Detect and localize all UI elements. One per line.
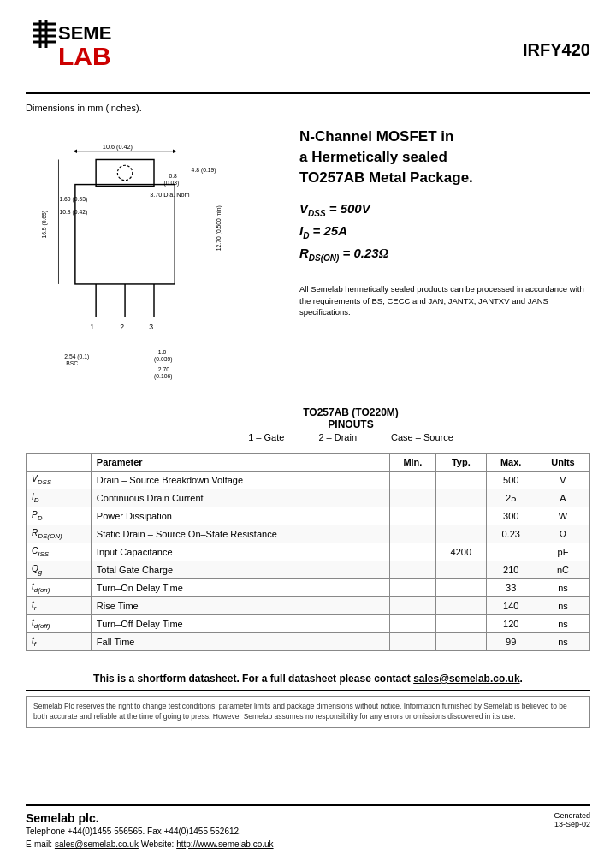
- cell-symbol: td(on): [27, 579, 92, 597]
- table-row: RDS(ON)Static Drain – Source On–State Re…: [27, 525, 590, 543]
- svg-rect-8: [75, 185, 175, 284]
- cell-units: A: [536, 489, 589, 507]
- cell-min: [389, 579, 436, 597]
- cell-min: [389, 507, 436, 525]
- col-parameter: Parameter: [91, 454, 389, 472]
- table-row: tfFall Time99ns: [27, 633, 590, 651]
- footer-website-link[interactable]: http://www.semelab.co.uk: [176, 839, 273, 849]
- cell-min: [389, 472, 436, 489]
- cell-typ: [436, 525, 486, 543]
- cell-units: Ω: [536, 525, 589, 543]
- id-spec: ID = 25A: [299, 223, 590, 240]
- cell-min: [389, 489, 436, 507]
- cell-symbol: VDSS: [27, 472, 92, 489]
- col-units: Units: [536, 454, 589, 472]
- svg-point-10: [117, 165, 132, 180]
- svg-text:3: 3: [149, 323, 153, 331]
- page: SEME LAB IRFY420 Dimensions in mm (inche…: [0, 0, 616, 866]
- cell-units: ns: [536, 615, 589, 633]
- table-row: PDPower Dissipation300W: [27, 507, 590, 525]
- cell-parameter: Rise Time: [91, 597, 389, 615]
- svg-text:LAB: LAB: [58, 42, 111, 70]
- package-diagram: 1 2 3 10.6 (0.42) 16.5 (0.65) 1.60 (0.53…: [26, 118, 282, 394]
- cell-parameter: Turn–Off Delay Time: [91, 615, 389, 633]
- right-info: N-Channel MOSFET in a Hermetically seale…: [291, 118, 590, 394]
- footer-contact: Telephone +44(0)1455 556565. Fax +44(0)1…: [26, 825, 274, 851]
- cell-symbol: Qg: [27, 561, 92, 579]
- footer-email-link[interactable]: sales@semelab.co.uk: [55, 839, 139, 849]
- cell-parameter: Input Capacitance: [91, 543, 389, 561]
- svg-text:(0.039): (0.039): [154, 356, 172, 363]
- cell-typ: [436, 561, 486, 579]
- cell-typ: [436, 633, 486, 651]
- col-symbol: [27, 454, 92, 472]
- table-row: trRise Time140ns: [27, 597, 590, 615]
- footer-right: Generated 13-Sep-02: [554, 811, 590, 828]
- cell-typ: [436, 507, 486, 525]
- cell-parameter: Fall Time: [91, 633, 389, 651]
- compliance-text: All Semelab hermetically sealed products…: [299, 283, 590, 317]
- part-number: IRFY420: [523, 40, 590, 60]
- cell-units: ns: [536, 633, 589, 651]
- footer-company: Semelab plc.: [26, 811, 274, 825]
- cell-typ: [436, 489, 486, 507]
- cell-parameter: Power Dissipation: [91, 507, 389, 525]
- svg-text:1: 1: [90, 323, 94, 331]
- cell-max: 99: [486, 633, 536, 651]
- table-header-row: Parameter Min. Typ. Max. Units: [27, 454, 590, 472]
- svg-text:(0.106): (0.106): [154, 373, 172, 380]
- device-title: N-Channel MOSFET in a Hermetically seale…: [299, 127, 590, 187]
- pin3-label: Case – Source: [391, 432, 453, 442]
- cell-max: 210: [486, 561, 536, 579]
- dimensions-label: Dimensions in mm (inches).: [26, 103, 590, 113]
- table-body: VDSSDrain – Source Breakdown Voltage500V…: [27, 472, 590, 651]
- header: SEME LAB IRFY420: [26, 15, 590, 94]
- table-row: td(on)Turn–On Delay Time33ns: [27, 579, 590, 597]
- cell-typ: [436, 579, 486, 597]
- cell-parameter: Continuous Drain Current: [91, 489, 389, 507]
- cell-symbol: tr: [27, 597, 92, 615]
- cell-min: [389, 615, 436, 633]
- cell-symbol: tf: [27, 633, 92, 651]
- rds-spec: RDS(ON) = 0.23Ω: [299, 246, 590, 263]
- pin2-label: 2 – Drain: [318, 432, 357, 442]
- cell-max: 120: [486, 615, 536, 633]
- disclaimer: Semelab Plc reserves the right to change…: [26, 696, 590, 728]
- pinouts-title: PINOUTS: [111, 418, 590, 430]
- table-row: CISSInput Capacitance4200pF: [27, 543, 590, 561]
- svg-text:10.8 (0.42): 10.8 (0.42): [59, 209, 87, 216]
- cell-symbol: CISS: [27, 543, 92, 561]
- table-row: QgTotal Gate Charge210nC: [27, 561, 590, 579]
- shortform-email-link[interactable]: sales@semelab.co.uk: [413, 673, 519, 685]
- cell-units: pF: [536, 543, 589, 561]
- svg-text:12.70 (0.500 min): 12.70 (0.500 min): [216, 205, 222, 251]
- svg-text:2: 2: [120, 323, 124, 331]
- cell-symbol: RDS(ON): [27, 525, 92, 543]
- cell-max: 500: [486, 472, 536, 489]
- svg-text:2.54 (0.1): 2.54 (0.1): [64, 353, 89, 360]
- col-min: Min.: [389, 454, 436, 472]
- cell-units: nC: [536, 561, 589, 579]
- cell-max: 33: [486, 579, 536, 597]
- cell-symbol: td(off): [27, 615, 92, 633]
- col-typ: Typ.: [436, 454, 486, 472]
- cell-min: [389, 633, 436, 651]
- cell-max: 140: [486, 597, 536, 615]
- svg-text:BSC: BSC: [66, 360, 78, 366]
- svg-text:10.6 (0.42): 10.6 (0.42): [103, 143, 133, 151]
- diagram-svg: 1 2 3 10.6 (0.42) 16.5 (0.65) 1.60 (0.53…: [26, 118, 282, 392]
- svg-text:(0.03): (0.03): [164, 180, 180, 187]
- svg-text:16.5 (0.65): 16.5 (0.65): [41, 211, 48, 239]
- col-max: Max.: [486, 454, 536, 472]
- table-row: IDContinuous Drain Current25A: [27, 489, 590, 507]
- footer-left: Semelab plc. Telephone +44(0)1455 556565…: [26, 811, 274, 851]
- cell-parameter: Drain – Source Breakdown Voltage: [91, 472, 389, 489]
- cell-min: [389, 597, 436, 615]
- cell-typ: [436, 472, 486, 489]
- generated-date: 13-Sep-02: [554, 820, 590, 828]
- cell-symbol: PD: [27, 507, 92, 525]
- cell-parameter: Turn–On Delay Time: [91, 579, 389, 597]
- cell-max: 0.23: [486, 525, 536, 543]
- cell-typ: [436, 597, 486, 615]
- cell-max: [486, 543, 536, 561]
